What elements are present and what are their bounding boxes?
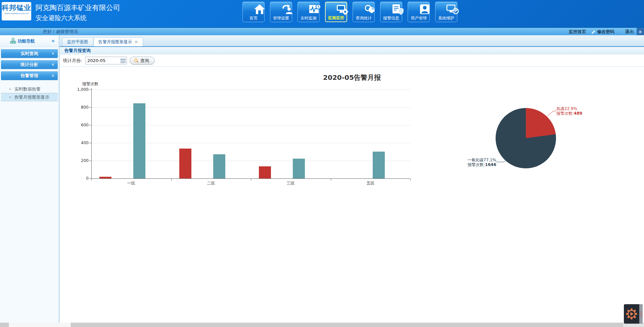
sidebar-group-realtime-query[interactable]: 实时查询 ∨ <box>1 49 58 58</box>
nav-label: 查询统计 <box>356 16 372 21</box>
pie-count-value: 1646 <box>485 162 496 167</box>
pie-label-co: 一氧化碳77.1% 报警次数:1646 <box>459 158 496 167</box>
bar-一氧化碳-一区 <box>133 103 145 178</box>
recorder-strip[interactable] <box>639 304 643 324</box>
nav-label: 系统维护 <box>438 16 454 21</box>
sidebar-group-alarm-manage[interactable]: 告警管理 ∧ <box>1 71 58 80</box>
horizontal-scrollbar[interactable] <box>0 323 644 327</box>
sidebar-collapse-button[interactable]: « <box>51 38 55 44</box>
search-icon <box>134 58 139 63</box>
month-field-label: 统计月份: <box>63 58 82 64</box>
group-label: 告警管理 <box>21 73 38 78</box>
nav-monitor-control-button[interactable]: 监测监控 <box>325 2 347 22</box>
query-form: 统计月份: 查询 <box>60 54 644 67</box>
tab-alarm-monthly-chart[interactable]: 告警月报图形显示× <box>93 37 143 46</box>
bar-一氧化碳-二区 <box>213 154 225 178</box>
sidebar-header: 功能导航 « <box>0 35 59 47</box>
x-category-label: 一区 <box>118 180 145 186</box>
nav-user-manage-button[interactable]: 用户管理 <box>408 2 430 22</box>
panel-title: 告警月报查询 <box>64 48 91 53</box>
pie-label-line: 报警次数:489 <box>556 111 582 116</box>
nav-alarm-info-button[interactable]: 报警信息 <box>380 2 402 22</box>
sidebar: 功能导航 « 实时查询 ∨ 统计分析 ∨ 告警管理 ∧ » 实时数据告警 <box>0 35 59 323</box>
y-tick-label: 1,000 <box>73 87 89 92</box>
logout-label: 退出 <box>625 29 634 35</box>
system-name: 安全避险六大系统 <box>36 13 120 23</box>
x-tick <box>331 179 331 180</box>
nav-manage-settings-button[interactable]: 管理设置 <box>270 2 292 22</box>
company-name: 阿克陶百源丰矿业有限公司 <box>36 3 120 13</box>
y-tick-label: 400 <box>73 141 89 145</box>
logo-title: 科邦锰业 <box>2 3 31 12</box>
pie-count-value: 489 <box>574 111 582 116</box>
nav-home-button[interactable]: 首页 <box>242 2 265 22</box>
calendar-icon[interactable] <box>121 58 126 64</box>
sidebar-item-realtime-data-alarm[interactable]: » 实时数据告警 <box>1 85 58 93</box>
tab-monitor-plan[interactable]: 监控平面图 <box>62 37 93 46</box>
x-tick <box>91 179 92 180</box>
arrow-icon: » <box>9 85 11 93</box>
company-logo: 科邦锰业 KEBANG MANGANESE INDUSTRY <box>2 2 31 20</box>
screen-recorder-icon[interactable] <box>624 304 639 324</box>
pie-label-line: 一氧化碳77.1% <box>459 158 496 162</box>
sidebar-group-stats-analysis[interactable]: 统计分析 ∨ <box>1 60 58 69</box>
arrow-icon: » <box>9 93 11 101</box>
nav-label: 监测监控 <box>328 15 344 20</box>
collapse-header-button[interactable]: « <box>637 28 644 36</box>
pie-label-windspeed: 风速22.9% 报警次数:489 <box>556 106 582 116</box>
change-password-link[interactable]: 修改密码 <box>591 29 614 35</box>
nav-label: 报警信息 <box>383 16 399 21</box>
chevron-down-icon: ∨ <box>51 50 54 58</box>
submenu-label: 实时数据告警 <box>14 87 41 92</box>
app-window: 科邦锰业 KEBANG MANGANESE INDUSTRY 阿克陶百源丰矿业有… <box>0 0 644 327</box>
sidebar-item-alarm-monthly-chart[interactable]: » 告警月报图形显示 <box>1 93 58 101</box>
group-label: 实时查询 <box>21 51 38 56</box>
chevron-down-icon: ∨ <box>51 61 54 69</box>
pie-label-line: 报警次数:1646 <box>459 162 496 167</box>
logo-subtitle: KEBANG MANGANESE INDUSTRY <box>3 12 30 15</box>
group-label: 统计分析 <box>21 62 38 67</box>
query-button[interactable]: 查询 <box>130 57 155 65</box>
pencil-icon <box>591 30 596 34</box>
gridline <box>91 90 410 90</box>
tab-label: 告警月报图形显示 <box>98 39 132 44</box>
query-button-label: 查询 <box>140 58 149 64</box>
chevron-up-icon: « <box>636 30 644 34</box>
nav-realtime-monitor-button[interactable]: 实时监测 <box>297 2 320 22</box>
top-banner: 科邦锰业 KEBANG MANGANESE INDUSTRY 阿克陶百源丰矿业有… <box>0 0 644 27</box>
user-bar: 您好！超级管理员 监控首页 修改密码 退出 « <box>0 27 644 35</box>
bar-一氧化碳-三区 <box>293 159 305 178</box>
submenu-label: 告警月报图形显示 <box>14 95 49 100</box>
x-category-label: 二区 <box>197 180 224 186</box>
y-axis-label: 报警次数 <box>82 81 98 87</box>
nav-label: 实时监测 <box>301 16 317 21</box>
y-tick-label: 800 <box>73 105 89 110</box>
bar-风速-三区 <box>259 166 271 178</box>
bar-风速-一区 <box>99 177 111 178</box>
logout-link[interactable]: 退出 <box>619 29 634 35</box>
tab-label: 监控平面图 <box>67 39 88 44</box>
nav-query-stats-button[interactable]: 查询统计 <box>353 2 375 22</box>
x-tick <box>410 179 411 180</box>
x-category-label: 三区 <box>277 180 304 186</box>
tab-strip: 监控平面图 告警月报图形显示× <box>60 35 644 46</box>
sidebar-title: 功能导航 <box>17 38 35 44</box>
nav-system-maintain-button[interactable]: 系统维护 <box>435 2 457 22</box>
main-nav: 首页 管理设置 实时监测 监测监控 查询统计 报警信息 用户管理 系统维护 <box>242 2 457 22</box>
x-tick <box>171 179 172 180</box>
y-tick-label: 600 <box>73 123 89 127</box>
scrollbar-thumb[interactable] <box>8 323 71 327</box>
chevron-up-icon: ∧ <box>51 72 54 80</box>
sidebar-submenu: » 实时数据告警 » 告警月报图形显示 <box>1 83 58 105</box>
x-category-label: 五区 <box>357 180 384 186</box>
monitor-home-label: 监控首页 <box>569 29 586 35</box>
power-icon <box>619 30 624 34</box>
pie-chart <box>496 108 556 168</box>
close-icon[interactable]: × <box>134 39 138 44</box>
greeting-text: 您好！超级管理员 <box>43 29 78 35</box>
y-axis-line <box>91 88 92 178</box>
nav-label: 首页 <box>249 16 258 21</box>
monitor-home-link[interactable]: 监控首页 <box>569 29 586 35</box>
x-tick <box>251 179 251 180</box>
bar-风速-二区 <box>179 149 191 178</box>
